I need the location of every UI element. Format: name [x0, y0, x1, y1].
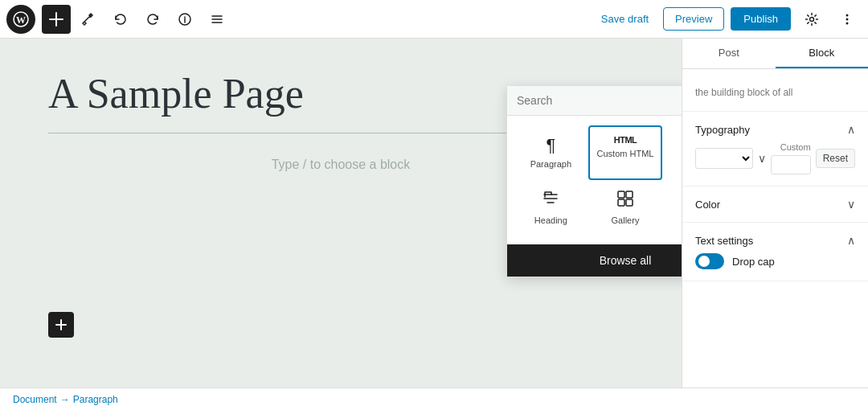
svg-point-4 [846, 14, 849, 16]
color-label: Color [695, 199, 720, 211]
drop-cap-row: Drop cap [695, 253, 855, 269]
text-settings-label: Text settings [695, 235, 753, 247]
color-section: Color [682, 187, 868, 223]
preview-button[interactable]: Preview [663, 7, 724, 31]
gallery-label: Gallery [612, 215, 640, 225]
inline-add-block-button[interactable] [48, 312, 74, 338]
inserter-block-grid: ¶ Paragraph HTML Custom HTML Image [507, 116, 682, 244]
block-item-custom-html[interactable]: HTML Custom HTML [588, 125, 663, 180]
svg-text:W: W [16, 14, 26, 26]
text-settings-header[interactable]: Text settings [695, 234, 855, 247]
search-input[interactable] [517, 94, 682, 107]
editor-area[interactable]: A Sample Page Type / to choose a block ¶… [0, 39, 682, 387]
svg-rect-14 [626, 199, 633, 206]
save-draft-button[interactable]: Save draft [593, 8, 657, 30]
block-inserter-popup: ¶ Paragraph HTML Custom HTML Image [506, 85, 682, 277]
document-link[interactable]: Document [13, 394, 57, 405]
block-item-gallery[interactable]: Gallery [588, 180, 663, 235]
svg-point-3 [810, 17, 814, 21]
font-select[interactable] [695, 148, 753, 169]
list-view-button[interactable] [203, 5, 231, 34]
block-item-heading[interactable]: Heading [514, 180, 588, 235]
block-item-list[interactable]: List [662, 180, 682, 235]
details-button[interactable] [170, 5, 199, 34]
reset-button[interactable]: Reset [816, 149, 855, 168]
paragraph-link[interactable]: Paragraph [73, 394, 118, 405]
color-header[interactable]: Color [695, 198, 855, 211]
breadcrumb-arrow: → [60, 394, 70, 405]
svg-rect-12 [626, 191, 633, 198]
typography-control-row: Custom Reset [695, 142, 855, 174]
browse-all-button[interactable]: Browse all [507, 244, 682, 277]
main-area: A Sample Page Type / to choose a block ¶… [0, 39, 868, 387]
text-settings-chevron [847, 234, 855, 247]
gallery-icon [616, 190, 634, 212]
typography-controls-section: Typography Custom Reset [682, 112, 868, 187]
right-sidebar: Post Block the building block of all Typ… [682, 39, 868, 387]
svg-point-5 [846, 18, 849, 20]
block-item-paragraph[interactable]: ¶ Paragraph [514, 125, 588, 180]
custom-label: Custom [780, 142, 811, 152]
more-options-button[interactable] [833, 5, 862, 34]
color-chevron [847, 198, 855, 211]
heading-icon [542, 190, 559, 212]
typography-label: Typography [695, 124, 750, 136]
sidebar-description: the building block of all [695, 85, 855, 100]
sidebar-tabs: Post Block [682, 39, 868, 69]
tab-post[interactable]: Post [682, 39, 776, 68]
paragraph-label: Paragraph [530, 159, 571, 169]
wp-logo[interactable]: W [6, 5, 35, 34]
block-item-image[interactable]: Image [662, 125, 682, 180]
status-bar: Document → Paragraph [0, 387, 868, 410]
drop-cap-toggle[interactable] [695, 253, 724, 269]
custom-html-label: Custom HTML [597, 149, 654, 158]
svg-rect-11 [618, 191, 624, 198]
inserter-search-bar [507, 86, 682, 116]
redo-button[interactable] [138, 5, 167, 34]
toolbar: W Save draft Preview Publish [0, 0, 868, 39]
toolbar-right: Save draft Preview Publish [593, 5, 862, 34]
font-select-chevron [758, 151, 766, 166]
html-icon: HTML [614, 135, 637, 146]
typography-header[interactable]: Typography [695, 123, 855, 136]
font-size-input[interactable] [771, 155, 811, 174]
tab-block[interactable]: Block [776, 39, 869, 68]
settings-button[interactable] [797, 5, 826, 34]
heading-label: Heading [534, 215, 567, 225]
svg-point-6 [846, 22, 849, 24]
drop-cap-label: Drop cap [732, 256, 775, 268]
paragraph-icon: ¶ [546, 135, 555, 156]
add-block-button[interactable] [42, 5, 71, 34]
svg-rect-13 [618, 199, 624, 206]
typography-chevron [847, 123, 855, 136]
undo-button[interactable] [106, 5, 135, 34]
text-settings-section: Text settings Drop cap [682, 223, 868, 281]
typography-section: the building block of all [682, 69, 868, 112]
publish-button[interactable]: Publish [731, 7, 791, 31]
tools-button[interactable] [74, 5, 103, 34]
